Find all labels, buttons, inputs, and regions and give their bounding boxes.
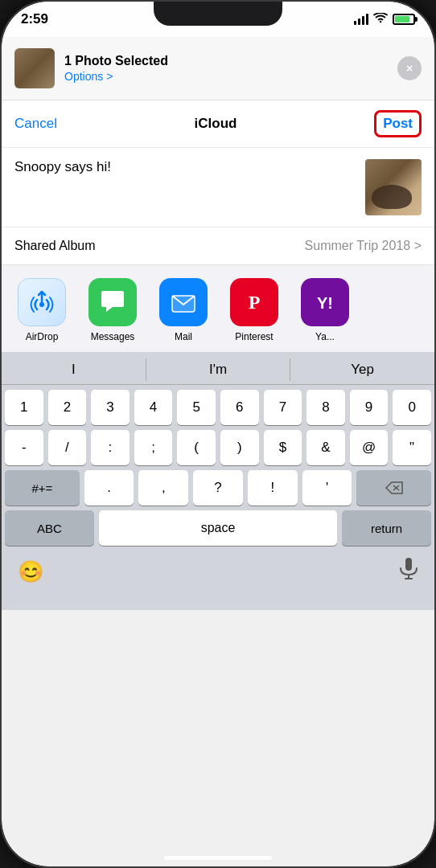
airdrop-label: AirDrop [26,331,59,342]
key-7[interactable]: 7 [264,390,302,425]
post-button[interactable]: Post [374,110,422,137]
number-row: 1 2 3 4 5 6 7 8 9 0 [2,385,434,425]
app-item-pinterest[interactable]: P Pinterest [222,278,286,342]
signal-bars-icon [354,14,368,25]
shared-album-label: Shared Album [14,239,96,253]
key-ampersand[interactable]: & [306,430,345,465]
predictive-word-1[interactable]: I [2,358,146,381]
backspace-button[interactable] [356,470,431,506]
close-button[interactable]: × [397,56,422,80]
cancel-button[interactable]: Cancel [14,116,57,132]
key-comma[interactable]: , [138,470,188,506]
pinterest-label: Pinterest [235,331,273,342]
svg-rect-8 [405,558,412,571]
key-rparen[interactable]: ) [220,430,259,465]
share-thumbnail [14,48,55,88]
return-button[interactable]: return [342,510,431,546]
app-item-airdrop[interactable]: AirDrop [10,278,74,342]
key-apostrophe[interactable]: ' [302,470,352,506]
key-2[interactable]: 2 [48,390,87,425]
key-quote[interactable]: " [393,430,431,465]
share-title: 1 Photo Selected [64,54,388,68]
phone-frame: 2:59 [0,0,436,868]
mic-button[interactable] [399,557,418,586]
app-item-yahoo[interactable]: Y! Ya... [293,278,357,342]
share-info: 1 Photo Selected Options > [64,54,388,83]
mail-icon [159,278,208,326]
messages-icon [88,278,137,326]
key-8[interactable]: 8 [306,390,345,425]
predictive-word-2[interactable]: I'm [146,358,291,381]
key-lparen[interactable]: ( [177,430,216,465]
abc-button[interactable]: ABC [5,510,94,546]
yahoo-icon: Y! [301,278,349,326]
key-at[interactable]: @ [350,430,389,465]
status-icons [354,13,415,27]
key-0[interactable]: 0 [393,390,431,425]
key-semicolon[interactable]: ; [134,430,173,465]
key-hash-plus[interactable]: #+= [5,470,80,506]
key-9[interactable]: 9 [350,390,389,425]
messages-label: Messages [91,331,135,342]
photo-preview [365,159,422,215]
svg-text:Y!: Y! [317,294,333,312]
key-slash[interactable]: / [48,430,87,465]
app-item-mail[interactable]: Mail [151,278,216,342]
home-indicator [164,856,272,860]
bottom-bar: 😊 [2,551,434,610]
key-dollar[interactable]: $ [264,430,302,465]
dialog-header: Cancel iCloud Post [2,100,434,148]
pinterest-icon: P [230,278,278,326]
shared-album-value: Summer Trip 2018 > [305,239,422,253]
keyboard-area: I I'm Yep 1 2 3 4 5 6 7 8 9 0 - / : [2,352,434,610]
key-exclaim[interactable]: ! [248,470,298,506]
space-button[interactable]: space [99,510,337,546]
predictive-word-3[interactable]: Yep [290,358,434,381]
dialog-title: iCloud [195,116,237,132]
notch [154,2,282,26]
share-header: 1 Photo Selected Options > × [2,37,434,100]
emoji-button[interactable]: 😊 [18,559,43,584]
key-question[interactable]: ? [193,470,243,506]
apps-row: AirDrop Messages [10,278,426,342]
key-period[interactable]: . [84,470,134,506]
apps-section: AirDrop Messages [2,265,434,352]
svg-text:P: P [249,292,261,313]
symbol-row: - / : ; ( ) $ & @ " [2,425,434,465]
options-link[interactable]: Options > [64,70,388,83]
battery-icon [393,14,415,25]
key-colon[interactable]: : [91,430,130,465]
key-4[interactable]: 4 [134,390,173,425]
shared-album-row[interactable]: Shared Album Summer Trip 2018 > [2,227,434,264]
app-item-messages[interactable]: Messages [80,278,145,342]
mail-label: Mail [175,331,192,342]
icloud-dialog: Cancel iCloud Post Snoopy says hi! Share… [2,100,434,265]
key-1[interactable]: 1 [5,390,43,425]
key-dash[interactable]: - [5,430,43,465]
message-text: Snoopy says hi! [14,159,356,175]
key-5[interactable]: 5 [177,390,216,425]
phone-screen: 2:59 [2,2,434,866]
predictive-row: I I'm Yep [2,352,434,385]
status-time: 2:59 [21,11,48,27]
yahoo-label: Ya... [315,331,335,342]
third-row: #+= . , ? ! ' [2,465,434,506]
key-6[interactable]: 6 [220,390,259,425]
wifi-icon [373,13,388,27]
bottom-row: ABC space return [2,506,434,551]
key-3[interactable]: 3 [91,390,130,425]
dialog-content: Snoopy says hi! [2,148,434,227]
airdrop-icon [18,278,66,326]
